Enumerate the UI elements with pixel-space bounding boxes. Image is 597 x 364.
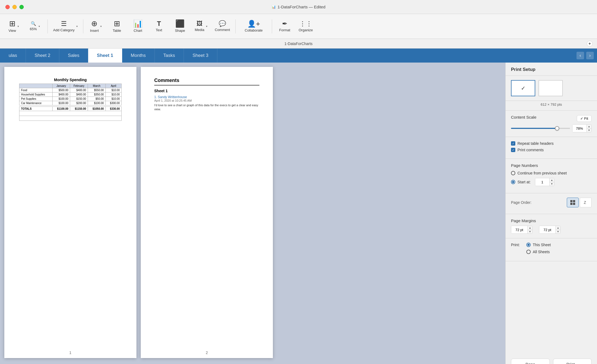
comment-sheet-label: Sheet 1 [154,89,259,93]
row-apr-household: $10.00 [105,92,121,97]
print-button[interactable]: Print... [553,359,592,364]
document-name: 1-DataForCharts [284,42,313,46]
page-margins-heading: Page Margins [511,218,592,223]
row-feb-household: $400.00 [70,92,88,97]
tab-sales[interactable]: Sales [59,49,88,63]
shape-group[interactable]: ⬛ Shape [171,17,190,36]
text-group[interactable]: T Text [150,17,169,36]
top-margin-group: ▲ ▼ [511,226,533,234]
divider-3 [235,19,236,33]
done-button[interactable]: Done [511,359,550,364]
scale-input[interactable] [572,125,586,132]
th-january: January [52,84,70,88]
page-thumb-unselected[interactable] [538,80,563,96]
comment-label: Comment [215,28,230,32]
page-order-row: Page Order: Z [511,198,592,207]
row-category-pet: Pet Supplies [19,97,53,101]
zoom-icon: 🔍 [31,22,36,26]
order-btn-grid[interactable] [567,198,579,207]
scale-slider-thumb[interactable] [555,126,559,131]
print-comments-checkbox[interactable]: ✓ [511,148,515,152]
repeat-headers-row: ✓ Repeat table headers [511,141,592,146]
close-button[interactable] [5,5,10,9]
zigzag-order-icon: Z [583,200,589,205]
th-category [19,84,53,88]
table-group[interactable]: ⊞ Table [108,17,126,36]
media-group[interactable]: 🖼 Media ▾ [192,17,211,36]
continue-radio[interactable] [511,171,515,175]
print-label: Print: [511,243,520,247]
table-row: Pet Supplies $100.00 $150.00 $50.00 $10.… [19,97,122,101]
print-options-container: Print: This Sheet All Sheets [511,243,592,257]
chart-label: Chart [134,29,142,33]
tab-tasks[interactable]: Tasks [155,49,184,63]
chart-group[interactable]: 📊 Chart [129,17,147,36]
shape-icon: ⬛ [175,20,185,28]
format-group[interactable]: ✒ Format [275,17,294,36]
top-margin-down[interactable]: ▼ [528,230,532,234]
continue-from-previous-row: Continue from previous sheet [511,171,592,175]
view-label: View [9,29,16,33]
bottom-margin-down[interactable]: ▼ [556,230,560,234]
tab-sheet2[interactable]: Sheet 2 [26,49,59,63]
th-february: February [70,84,88,88]
comment-group[interactable]: 💬 Comment [213,17,232,36]
svg-rect-0 [570,200,572,202]
shape-label: Shape [175,29,185,33]
minimize-button[interactable] [12,5,17,9]
tab-ulas[interactable]: ulas [0,49,26,63]
fit-button[interactable]: ✓ Fit [577,115,592,122]
spreadsheet-area: Monthly Spending January February March … [0,63,505,364]
top-margin-input[interactable] [511,226,527,233]
page-order-label: Page Order: [511,200,531,205]
page-thumb-selected[interactable]: ✓ [511,80,535,96]
repeat-headers-checkbox[interactable]: ✓ [511,141,515,146]
page-order-section: Page Order: Z [506,193,597,214]
view-inner: ⊞ View [9,20,16,33]
page-preview-1: Monthly Spending January February March … [4,67,136,358]
document-titlebar: 1-DataForCharts + [0,39,597,49]
organize-label: Organize [298,28,313,32]
tab-sheet1[interactable]: Sheet 1 [88,49,122,63]
add-category-group[interactable]: ☰ Add Category ▾ [51,17,80,36]
th-march: March [88,84,106,88]
bottom-margin-input[interactable] [539,226,555,233]
scale-down-arrow[interactable]: ▼ [587,129,591,132]
this-sheet-label: This Sheet [533,243,551,247]
maximize-button[interactable] [19,5,24,9]
order-btn-zigzag[interactable]: Z [580,198,592,207]
collaborate-icon: 👤+ [247,20,260,27]
scale-input-group: ▲ ▼ [572,124,592,132]
view-chevron: ▾ [18,25,19,28]
scale-up-arrow[interactable]: ▲ [587,125,591,129]
page-order-buttons: Z [567,198,592,207]
row-jan-pet: $100.00 [52,97,70,101]
start-at-radio[interactable] [511,180,515,184]
tab-next-button[interactable]: › [586,52,594,59]
organize-group[interactable]: ⋮⋮ Organize [296,17,315,36]
start-at-down-arrow[interactable]: ▼ [550,182,554,186]
tab-prev-button[interactable]: ‹ [577,52,584,59]
tab-months[interactable]: Months [122,49,155,63]
add-sheet-button[interactable]: + [587,41,593,47]
text-icon: T [157,20,161,27]
text-label: Text [156,28,162,32]
start-at-label: Start at: [517,180,531,184]
tab-sheet3[interactable]: Sheet 3 [184,49,217,63]
top-margin-up[interactable]: ▲ [528,226,532,230]
bottom-margin-up[interactable]: ▲ [556,226,560,230]
all-sheets-radio[interactable] [526,250,531,254]
zoom-toolbar-group[interactable]: 🔍 65% ▾ [25,17,44,36]
margins-inputs: ▲ ▼ ▲ ▼ [511,226,592,234]
start-at-up-arrow[interactable]: ▲ [550,178,554,182]
start-at-input[interactable] [535,178,549,186]
insert-group[interactable]: ⊕ Insert ▾ [87,17,105,36]
monthly-spending-table: January February March April Food $500.0… [19,84,122,121]
media-inner: 🖼 Media [195,21,204,32]
scale-slider-track[interactable] [511,128,570,129]
view-toolbar-group[interactable]: ⊞ View ▾ [4,17,23,36]
page-number-2: 2 [141,351,273,355]
this-sheet-radio[interactable] [526,243,531,247]
collaborate-group[interactable]: 👤+ Collaborate [239,17,269,36]
th-april: April [105,84,121,88]
